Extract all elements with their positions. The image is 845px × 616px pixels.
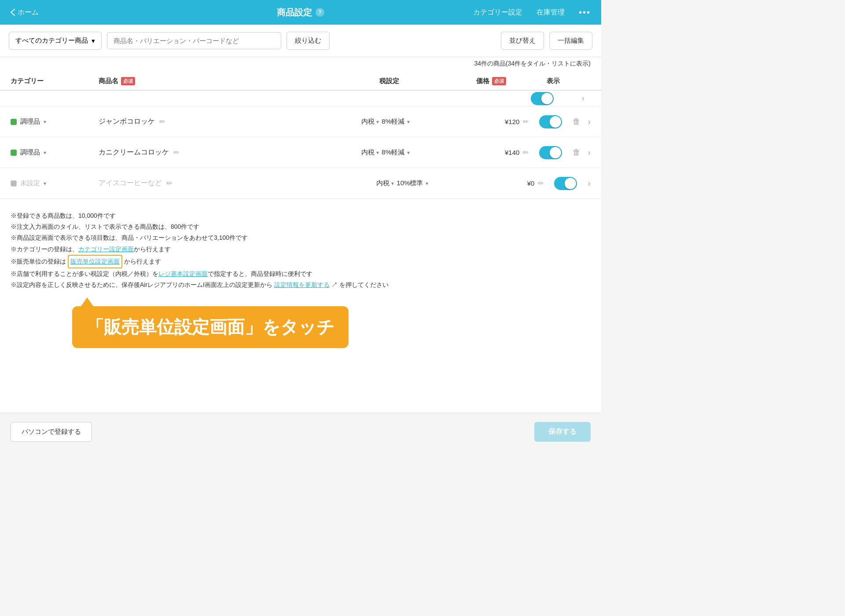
back-button[interactable]: ホーム [11, 8, 39, 17]
header-tax: 税設定 ? [379, 77, 476, 85]
app-header: ホーム 商品設定 ? カテゴリー設定 在庫管理 ••• [0, 0, 601, 25]
tax-dropdown-arrow-1[interactable]: ▾ [376, 119, 379, 125]
bulk-edit-button[interactable]: 一括編集 [549, 32, 592, 50]
category-dot-green-1 [11, 119, 17, 125]
category-dropdown-3[interactable]: ▾ [44, 180, 46, 187]
price-edit-icon-2[interactable]: ✏ [523, 148, 529, 157]
category-label-2: 調理品 [20, 148, 40, 157]
note-1: ※登録できる商品数は、10,000件です [11, 210, 591, 221]
edit-pencil-icon-1[interactable]: ✏ [159, 117, 165, 126]
row-actions-1: 🗑 › [573, 117, 591, 127]
partial-chevron-icon[interactable]: › [582, 94, 591, 103]
tax-help-icon[interactable]: ? [402, 77, 411, 85]
sort-button[interactable]: 並び替え [501, 32, 544, 50]
category-label-1: 調理品 [20, 117, 40, 126]
tax-dropdown-arrow-3[interactable]: ▾ [391, 180, 394, 187]
register-settings-link[interactable]: レジ基本設定画面 [158, 270, 208, 277]
filter-button[interactable]: 絞り込む [287, 32, 330, 50]
update-settings-link[interactable]: 設定情報を更新する [274, 281, 330, 288]
price-edit-icon-3[interactable]: ✏ [538, 179, 544, 187]
header-price: 価格 必須 ? [476, 77, 547, 85]
category-help-icon[interactable]: ? [46, 77, 55, 85]
row-price-2: ¥140 ✏ [458, 148, 529, 157]
price-value-3: ¥0 [527, 180, 535, 187]
category-select-label: すべてのカテゴリー商品 [15, 37, 88, 45]
nav-inventory[interactable]: 在庫管理 [536, 8, 565, 17]
callout-wrapper: 「販売単位設定画面」をタッチ [72, 297, 349, 348]
page-title: 商品設定 ? [277, 7, 324, 18]
product-name-text-3: アイスコーヒーなど [99, 179, 162, 188]
category-dropdown-2[interactable]: ▾ [44, 150, 46, 156]
more-menu-button[interactable]: ••• [579, 7, 591, 18]
tax-dropdown-arrow-2[interactable]: ▾ [376, 150, 379, 156]
category-dropdown[interactable]: すべてのカテゴリー商品 ▾ [9, 32, 102, 50]
row-product-name-3: アイスコーヒーなど ✏ [99, 179, 376, 188]
row-price-3: ¥0 ✏ [473, 179, 544, 187]
title-help-icon[interactable]: ? [316, 8, 324, 17]
product-name-required-badge: 必須 [121, 77, 135, 85]
category-dot-green-2 [11, 150, 17, 156]
tax-type-3[interactable]: 内税 ▾ [376, 179, 394, 187]
footer: パソコンで登録する 保存する [0, 413, 601, 451]
note-6: ※店舗で利用することが多い税設定（内税／外税）をレジ基本設定画面で指定すると、商… [11, 268, 591, 279]
row-display-1 [529, 115, 573, 128]
edit-pencil-icon-2[interactable]: ✏ [173, 148, 179, 157]
delete-icon-2[interactable]: 🗑 [573, 148, 580, 157]
sales-unit-link[interactable]: 販売単位設定画面 [68, 255, 122, 268]
table-body: › 調理品 ▾ ジャンボコロッケ ✏ 内税 ▾ 8% [0, 91, 601, 199]
tax-rate-dropdown-arrow-3[interactable]: ▾ [426, 180, 428, 187]
table-row: 未設定 ▾ アイスコーヒーなど ✏ 内税 ▾ 10%標準 ▾ ¥0 [0, 168, 601, 199]
display-toggle-3[interactable] [554, 177, 577, 190]
row-price-1: ¥120 ✏ [458, 117, 529, 126]
category-dropdown-1[interactable]: ▾ [44, 119, 46, 125]
category-settings-link[interactable]: カテゴリー設定画面 [78, 246, 134, 253]
main-content: カテゴリー ? 商品名 必須 税設定 ? 価格 必須 ? 表示 ? [0, 72, 601, 413]
nav-category-settings[interactable]: カテゴリー設定 [473, 8, 522, 17]
price-help-icon[interactable]: ? [509, 77, 518, 85]
row-actions-2: 🗑 › [573, 147, 591, 158]
note-5: ※販売単位の登録は 販売単位設定画面 から行えます [11, 255, 591, 268]
detail-chevron-icon-2[interactable]: › [588, 147, 591, 158]
header-nav: カテゴリー設定 在庫管理 ••• [473, 7, 591, 18]
search-input[interactable] [107, 32, 281, 49]
row-category-2: 調理品 ▾ [11, 148, 99, 157]
display-help-icon[interactable]: ? [562, 77, 571, 85]
chevron-down-icon: ▾ [92, 37, 95, 45]
tax-rate-dropdown-arrow-2[interactable]: ▾ [407, 150, 410, 156]
tax-type-1[interactable]: 内税 ▾ [361, 117, 379, 126]
callout-box: 「販売単位設定画面」をタッチ [72, 306, 349, 348]
tax-type-2[interactable]: 内税 ▾ [361, 148, 379, 157]
table-header: カテゴリー ? 商品名 必須 税設定 ? 価格 必須 ? 表示 ? [0, 72, 601, 91]
detail-chevron-icon-1[interactable]: › [588, 117, 591, 127]
row-tax-3: 内税 ▾ 10%標準 ▾ [376, 179, 473, 187]
partial-toggle[interactable] [531, 92, 554, 105]
note-7: ※設定内容を正しく反映させるために、保存後AirレジアプリのホームI画面左上の設… [11, 279, 591, 290]
callout-text: 「販売単位設定画面」をタッチ [86, 317, 334, 337]
table-row: 調理品 ▾ ジャンボコロッケ ✏ 内税 ▾ 8%軽減 ▾ ¥120 [0, 106, 601, 137]
tax-rate-dropdown-arrow-1[interactable]: ▾ [407, 119, 410, 125]
save-button[interactable]: 保存する [534, 422, 591, 442]
header-product-name: 商品名 必須 [99, 77, 379, 85]
detail-chevron-icon-3[interactable]: › [588, 178, 591, 188]
table-row: 調理品 ▾ カニクリームコロッケ ✏ 内税 ▾ 8%軽減 ▾ ¥140 [0, 137, 601, 168]
price-value-2: ¥140 [505, 149, 519, 156]
header-category: カテゴリー ? [11, 77, 99, 85]
header-display: 表示 ? [547, 77, 591, 85]
product-count: 34件の商品(34件をタイル・リストに表示) [0, 57, 601, 72]
edit-pencil-icon-3[interactable]: ✏ [166, 179, 172, 187]
row-tax-2: 内税 ▾ 8%軽減 ▾ [361, 148, 458, 157]
row-category-3: 未設定 ▾ [11, 179, 99, 187]
note-3: ※商品設定画面で表示できる項目数は、商品・バリエーションをあわせて3,100件で… [11, 232, 591, 243]
price-edit-icon-1[interactable]: ✏ [523, 117, 529, 126]
row-tax-1: 内税 ▾ 8%軽減 ▾ [361, 117, 458, 126]
row-product-name-1: ジャンボコロッケ ✏ [99, 117, 361, 126]
register-pc-button[interactable]: パソコンで登録する [11, 422, 92, 442]
display-toggle-1[interactable] [539, 115, 562, 128]
display-toggle-2[interactable] [539, 146, 562, 159]
callout-arrow [81, 297, 93, 306]
toolbar: すべてのカテゴリー商品 ▾ 絞り込む 並び替え 一括編集 [0, 25, 601, 57]
row-display-3 [544, 177, 588, 190]
delete-icon-1[interactable]: 🗑 [573, 117, 580, 126]
row-display-2 [529, 146, 573, 159]
row-product-name-2: カニクリームコロッケ ✏ [99, 148, 361, 157]
